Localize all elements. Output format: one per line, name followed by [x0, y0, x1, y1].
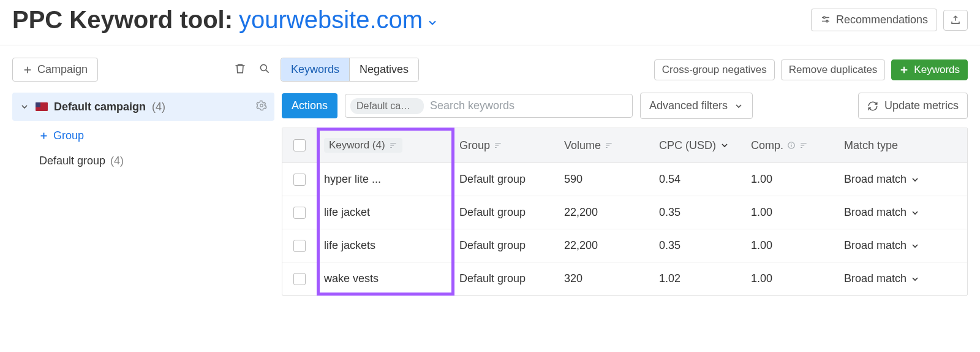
plus-icon [23, 65, 32, 75]
column-group[interactable]: Group [452, 128, 557, 163]
keywords-negatives-tabs: Keywords Negatives [281, 58, 419, 82]
update-metrics-button[interactable]: Update metrics [858, 93, 968, 119]
column-group-label: Group [459, 139, 490, 152]
cell-group: Default group [452, 262, 557, 295]
cell-keyword[interactable]: life jacket [317, 196, 452, 229]
cell-comp: 1.00 [744, 262, 837, 295]
svg-point-1 [823, 17, 825, 18]
chevron-down-icon [910, 274, 920, 284]
gear-icon [256, 100, 267, 111]
remove-duplicates-button[interactable]: Remove duplicates [781, 59, 886, 80]
svg-point-3 [826, 20, 828, 22]
cell-match-type[interactable]: Broad match [837, 196, 967, 229]
cell-keyword[interactable]: life jackets [317, 229, 452, 262]
table-row: life jacketsDefault group22,2000.351.00B… [282, 229, 967, 262]
select-all-checkbox[interactable] [293, 139, 306, 151]
cell-keyword[interactable]: wake vests [317, 262, 452, 295]
cell-group: Default group [452, 196, 557, 229]
row-checkbox[interactable] [293, 240, 306, 252]
group-name: Default group [39, 155, 105, 167]
cell-volume: 22,200 [557, 229, 652, 262]
campaign-name: Default campaign [54, 101, 146, 113]
add-keywords-button[interactable]: Keywords [891, 59, 968, 80]
cell-match-type[interactable]: Broad match [837, 262, 967, 295]
sort-icon [494, 141, 502, 150]
column-volume-label: Volume [564, 139, 601, 152]
column-comp[interactable]: Comp. [744, 128, 837, 163]
column-match-type[interactable]: Match type [837, 128, 967, 163]
cell-comp: 1.00 [744, 163, 837, 196]
sliders-icon [820, 15, 831, 26]
search-keywords-field[interactable]: Default campa [345, 94, 633, 118]
match-type-text: Broad match [844, 272, 907, 285]
delete-button[interactable] [230, 59, 250, 81]
table-row: life jacketDefault group22,2000.351.00Br… [282, 196, 967, 229]
cell-match-type[interactable]: Broad match [837, 229, 967, 262]
keyword-text: wake vests [324, 272, 379, 285]
advanced-filters-label: Advanced filters [649, 99, 728, 112]
search-keywords-input[interactable] [428, 97, 627, 115]
chevron-down-icon [20, 102, 29, 112]
row-checkbox-cell [282, 196, 317, 229]
match-type-text: Broad match [844, 206, 907, 219]
table-header: Keyword (4) Group Volume CPC (USD) [282, 128, 967, 163]
row-checkbox[interactable] [293, 207, 306, 219]
cell-volume: 22,200 [557, 196, 652, 229]
svg-point-6 [260, 64, 266, 71]
recommendations-button[interactable]: Recommendations [811, 9, 937, 31]
sidebar-item-default-campaign[interactable]: Default campaign (4) [12, 93, 274, 121]
column-keyword[interactable]: Keyword (4) [317, 128, 452, 163]
us-flag-icon [36, 102, 48, 111]
search-button[interactable] [255, 59, 274, 81]
row-checkbox[interactable] [293, 273, 306, 285]
campaign-count: (4) [152, 101, 165, 113]
filter-chip[interactable]: Default campa [350, 98, 424, 114]
add-group-label: Group [53, 129, 84, 142]
column-cpc[interactable]: CPC (USD) [652, 128, 744, 163]
chevron-down-icon [910, 208, 920, 218]
update-metrics-label: Update metrics [884, 99, 959, 112]
keywords-table: Keyword (4) Group Volume CPC (USD) [282, 128, 968, 296]
sidebar-item-default-group[interactable]: Default group (4) [39, 155, 274, 167]
chevron-down-icon [734, 101, 744, 111]
export-button[interactable] [943, 10, 968, 31]
row-checkbox-cell [282, 229, 317, 262]
recommendations-label: Recommendations [836, 13, 928, 26]
advanced-filters-button[interactable]: Advanced filters [640, 93, 753, 119]
export-icon [950, 15, 961, 26]
row-checkbox[interactable] [293, 174, 306, 186]
row-checkbox-cell [282, 262, 317, 295]
column-cpc-label: CPC (USD) [659, 139, 716, 152]
chevron-down-icon [910, 175, 920, 185]
select-all-cell [282, 128, 317, 163]
cross-group-negatives-button[interactable]: Cross-group negatives [654, 59, 775, 80]
sort-icon [389, 141, 398, 150]
cell-comp: 1.00 [744, 196, 837, 229]
group-count: (4) [110, 155, 124, 167]
cell-keyword[interactable]: hyper lite ... [317, 163, 452, 196]
refresh-icon [867, 101, 878, 112]
tab-negatives[interactable]: Negatives [350, 58, 418, 81]
keyword-text: life jackets [324, 239, 375, 252]
sort-icon [799, 141, 808, 150]
campaign-settings-button[interactable] [256, 100, 267, 113]
column-volume[interactable]: Volume [557, 128, 652, 163]
cell-cpc: 1.02 [652, 262, 744, 295]
add-campaign-button[interactable]: Campaign [12, 58, 98, 82]
cell-cpc: 0.35 [652, 196, 744, 229]
table-row: hyper lite ...Default group5900.541.00Br… [282, 163, 967, 196]
add-group-button[interactable]: Group [39, 129, 274, 142]
domain-selector[interactable]: yourwebsite.com [239, 6, 439, 34]
tab-keywords[interactable]: Keywords [281, 58, 350, 81]
match-type-text: Broad match [844, 239, 907, 252]
actions-button[interactable]: Actions [282, 93, 337, 118]
svg-point-10 [260, 104, 263, 107]
cell-group: Default group [452, 163, 557, 196]
cell-match-type[interactable]: Broad match [837, 163, 967, 196]
cell-cpc: 0.35 [652, 229, 744, 262]
cell-comp: 1.00 [744, 229, 837, 262]
sort-icon [605, 141, 613, 150]
keyword-text: life jacket [324, 206, 370, 219]
plus-icon [39, 131, 48, 140]
table-row: wake vestsDefault group3201.021.00Broad … [282, 262, 967, 295]
